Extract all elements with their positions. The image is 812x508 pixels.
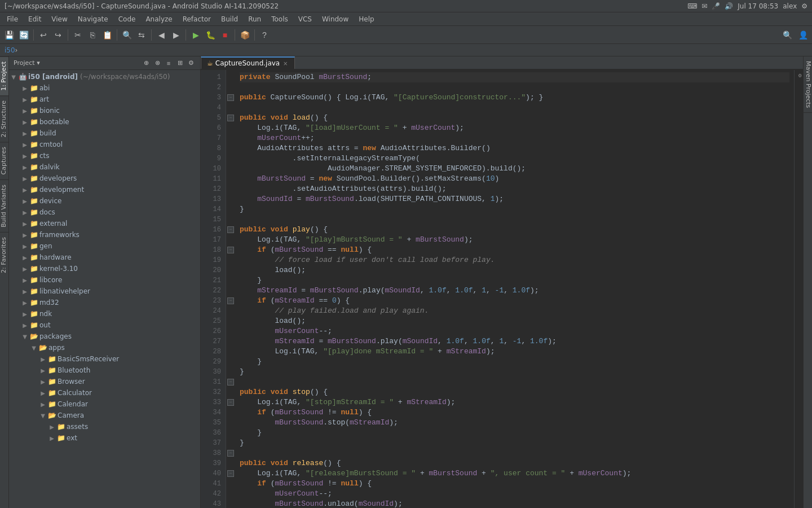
- tree-item-bootable[interactable]: ▶ 📁 bootable: [9, 116, 200, 128]
- toolbar-find-btn[interactable]: 🔍: [120, 28, 134, 42]
- tree-item-device[interactable]: ▶ 📁 device: [9, 195, 200, 207]
- menu-item-vcs[interactable]: VCS: [294, 14, 316, 24]
- tree-item-md32[interactable]: ▶ 📁 md32: [9, 297, 200, 308]
- fold-btn-if3[interactable]: −: [227, 399, 234, 406]
- settings-gutter-btn[interactable]: ⚙: [798, 71, 802, 81]
- toolbar-search-btn[interactable]: 🔍: [780, 28, 794, 42]
- tree-item-bluetooth[interactable]: ▶ 📁 Bluetooth: [9, 365, 200, 376]
- menu-item-file[interactable]: File: [2, 14, 23, 24]
- fold-btn-if1[interactable]: −: [227, 247, 234, 253]
- project-header-btn-3[interactable]: ≡: [164, 59, 173, 68]
- tree-item-developers[interactable]: ▶ 📁 developers: [9, 173, 200, 184]
- project-header-btn-1[interactable]: ⊕: [142, 59, 151, 68]
- tree-item-gen[interactable]: ▶ 📁 gen: [9, 240, 200, 252]
- menu-item-tools[interactable]: Tools: [267, 14, 293, 24]
- fold-btn-constructor[interactable]: −: [227, 94, 234, 101]
- toolbar-save-btn[interactable]: 💾: [2, 28, 16, 42]
- tree-item-libcore[interactable]: ▶ 📁 libcore: [9, 274, 200, 286]
- fold-btn-if4[interactable]: −: [227, 470, 234, 477]
- toolbar-cut-btn[interactable]: ✂: [71, 28, 85, 42]
- tree-item-kernel[interactable]: ▶ 📁 kernel-3.10: [9, 263, 200, 274]
- sound-icon: 🔊: [725, 2, 733, 10]
- menu-item-navigate[interactable]: Navigate: [73, 14, 113, 24]
- tree-item-abi[interactable]: ▶ 📁 abi: [9, 82, 200, 94]
- tree-root[interactable]: ▼ 🤖 i50 [android] (~/workspace/ws4ads/i5…: [9, 71, 200, 82]
- tree-item-browser[interactable]: ▶ 📁 Browser: [9, 376, 200, 387]
- toolbar-sync-btn[interactable]: 🔄: [17, 28, 30, 42]
- fold-gutter: − − − −: [226, 70, 235, 508]
- tree-root-label: i50 [android]: [28, 73, 78, 81]
- fold-btn-release[interactable]: −: [227, 450, 234, 457]
- tree-item-ndk[interactable]: ▶ 📁 ndk: [9, 308, 200, 319]
- tree-item-external[interactable]: ▶ 📁 external: [9, 218, 200, 229]
- tab-filename: CaptureSound.java: [215, 59, 280, 67]
- toolbar-help-btn[interactable]: ?: [258, 28, 271, 42]
- toolbar-replace-btn[interactable]: ⇆: [135, 28, 148, 42]
- tree-item-frameworks[interactable]: ▶ 📁 frameworks: [9, 229, 200, 240]
- tree-item-ext[interactable]: ▶ 📁 ext: [9, 432, 200, 444]
- tree-item-out[interactable]: ▶ 📁 out: [9, 319, 200, 331]
- toolbar-undo-btn[interactable]: ↩: [37, 28, 50, 42]
- code-content[interactable]: private SoundPool mBurstSound; public Ca…: [235, 70, 794, 508]
- settings-icon[interactable]: ⚙: [801, 2, 807, 10]
- tree-item-apps[interactable]: ▼ 📂 apps: [9, 342, 200, 353]
- fold-btn-play[interactable]: −: [227, 226, 234, 233]
- menu-item-run[interactable]: Run: [244, 14, 266, 24]
- left-tab-favorites[interactable]: 2: Favorites: [0, 232, 8, 278]
- menu-item-help[interactable]: Help: [354, 14, 378, 24]
- left-tab-project[interactable]: 1: Project: [0, 56, 8, 95]
- menu-item-view[interactable]: View: [47, 14, 72, 24]
- editor-tab-capturesound[interactable]: ☕ CaptureSound.java ×: [201, 56, 295, 69]
- tree-item-cmtool[interactable]: ▶ 📁 cmtool: [9, 139, 200, 150]
- tree-item-dalvik[interactable]: ▶ 📁 dalvik: [9, 161, 200, 173]
- tree-item-calculator[interactable]: ▶ 📁 Calculator: [9, 387, 200, 398]
- toolbar-copy-btn[interactable]: ⎘: [86, 28, 99, 42]
- toolbar-stop-btn[interactable]: ■: [218, 28, 232, 42]
- right-tab-maven[interactable]: Maven Projects: [804, 56, 812, 113]
- menu-item-edit[interactable]: Edit: [24, 14, 46, 24]
- project-header-btn-2[interactable]: ⊗: [153, 59, 162, 68]
- fold-btn-if2[interactable]: −: [227, 297, 234, 304]
- code-editor[interactable]: 1 2 3 4 5 6 7 8 9 10 11 12 13 14 15 16 1: [201, 70, 803, 508]
- menu-item-window[interactable]: Window: [317, 14, 353, 24]
- toolbar-debug-btn[interactable]: 🐛: [204, 28, 217, 42]
- tree-item-assets[interactable]: ▶ 📁 assets: [9, 421, 200, 432]
- breadcrumb-root[interactable]: i50: [5, 46, 15, 54]
- tree-item-libnativehelper[interactable]: ▶ 📁 libnativehelper: [9, 286, 200, 297]
- fold-btn-load[interactable]: −: [227, 115, 234, 121]
- toolbar-redo-btn[interactable]: ↪: [51, 28, 65, 42]
- left-tab-build-variants[interactable]: Build Variants: [0, 179, 8, 232]
- menu-item-refactor[interactable]: Refactor: [178, 14, 215, 24]
- menu-item-build[interactable]: Build: [217, 14, 242, 24]
- title-text: [~/workspace/ws4ads/i50] - CaptureSound.…: [5, 2, 279, 10]
- fold-btn-stop[interactable]: −: [227, 379, 234, 386]
- toolbar-back-btn[interactable]: ◀: [155, 28, 168, 42]
- tree-item-calendar[interactable]: ▶ 📁 Calendar: [9, 398, 200, 410]
- code-line: mBurstSound.stop(mStreamId);: [240, 418, 789, 428]
- tree-item-art[interactable]: ▶ 📁 art: [9, 94, 200, 105]
- toolbar-run-btn[interactable]: ▶: [189, 28, 202, 42]
- left-tab-captures[interactable]: Captures: [0, 142, 8, 179]
- tree-item-development[interactable]: ▶ 📁 development: [9, 184, 200, 195]
- toolbar-user-btn[interactable]: 👤: [796, 28, 810, 42]
- tree-item-packages[interactable]: ▼ 📂 packages: [9, 331, 200, 342]
- tree-item-hardware[interactable]: ▶ 📁 hardware: [9, 252, 200, 263]
- tree-item-basicsmsreceiver[interactable]: ▶ 📁 BasicSmsReceiver: [9, 353, 200, 365]
- tree-item-cts[interactable]: ▶ 📁 cts: [9, 150, 200, 161]
- code-line: Log.i(TAG, "[stop]mStreamId = " + mStrea…: [240, 397, 789, 408]
- left-tab-structure[interactable]: 2: Structure: [0, 95, 8, 142]
- project-header-btn-4[interactable]: ⊞: [175, 59, 184, 68]
- titlebar: [~/workspace/ws4ads/i50] - CaptureSound.…: [0, 0, 812, 12]
- toolbar-fwd-btn[interactable]: ▶: [169, 28, 183, 42]
- menu-item-analyze[interactable]: Analyze: [141, 14, 176, 24]
- tree-item-docs[interactable]: ▶ 📁 docs: [9, 207, 200, 218]
- toolbar-sdk-btn[interactable]: 📦: [238, 28, 251, 42]
- tree-item-bionic[interactable]: ▶ 📁 bionic: [9, 105, 200, 116]
- tab-close-btn[interactable]: ×: [282, 60, 289, 67]
- user-display: alex: [783, 2, 797, 10]
- tree-item-build[interactable]: ▶ 📁 build: [9, 128, 200, 139]
- toolbar-paste-btn[interactable]: 📋: [100, 28, 114, 42]
- project-header-btn-settings[interactable]: ⚙: [187, 59, 196, 68]
- tree-item-camera[interactable]: ▼ 📂 Camera: [9, 410, 200, 421]
- menu-item-code[interactable]: Code: [114, 14, 140, 24]
